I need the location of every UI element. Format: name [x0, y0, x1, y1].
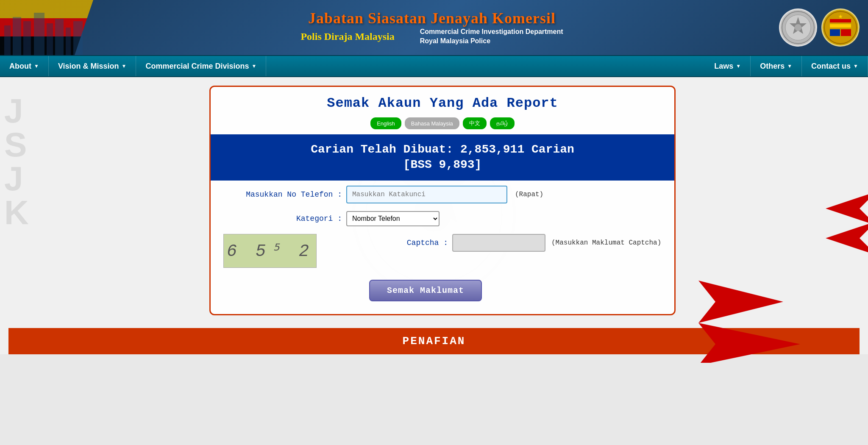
svg-line-23	[741, 209, 826, 217]
nav-others[interactable]: Others ▼	[751, 56, 802, 76]
nav-divisions-chevron: ▼	[252, 63, 257, 69]
header-main-title: Jabatan Siasatan Jenayah Komersil	[85, 9, 779, 27]
lang-btn-chinese[interactable]: 中文	[463, 117, 487, 129]
nav-divisions-label: Commercial Crime Divisions	[145, 62, 249, 71]
submit-button[interactable]: Semak Maklumat	[369, 280, 482, 301]
phone-row: Masukkan No Telefon : (Rapat)	[223, 186, 662, 203]
form-container: Semak Akaun Yang Ada Report English Baha…	[34, 86, 851, 315]
annotation-arrows	[741, 183, 868, 270]
svg-rect-5	[55, 19, 64, 55]
svg-rect-14	[830, 24, 851, 28]
nav-laws[interactable]: Laws ▼	[705, 56, 751, 76]
malaysia-crest-logo	[821, 8, 860, 47]
side-letter-s: S	[4, 128, 29, 162]
form-box: Semak Akaun Yang Ada Report English Baha…	[209, 86, 676, 315]
svg-rect-15	[830, 29, 840, 36]
header-dept-name: Commercial Crime Investigation Departmen…	[420, 27, 563, 46]
language-buttons: English Bahasa Malaysia 中文 தமிழ்	[223, 117, 662, 129]
svg-rect-1	[13, 17, 21, 55]
nav-others-label: Others	[760, 62, 785, 71]
svg-rect-4	[47, 23, 53, 55]
header-subtitle: Polis Diraja Malaysia	[300, 31, 394, 42]
side-letter-j2: J	[4, 162, 29, 196]
navbar: About ▼ Vision & Mission ▼ Commercial Cr…	[0, 55, 868, 77]
nav-contact-chevron: ▼	[853, 63, 858, 69]
phone-hint: (Rapat)	[515, 191, 543, 198]
svg-rect-13	[830, 19, 851, 22]
svg-rect-16	[841, 29, 851, 36]
nav-laws-label: Laws	[714, 62, 733, 71]
category-select[interactable]: Nombor Telefon Nombor Akaun Nombor Kad P…	[346, 211, 440, 226]
nav-laws-chevron: ▼	[736, 63, 741, 69]
svg-rect-7	[73, 21, 83, 55]
nav-contact[interactable]: Contact us ▼	[802, 56, 868, 76]
nav-about[interactable]: About ▼	[0, 56, 49, 76]
header-logos	[779, 8, 860, 47]
side-watermark-letters: J S J K	[4, 94, 29, 230]
malaysia-crest-icon	[823, 11, 857, 44]
phone-label: Masukkan No Telefon :	[223, 190, 342, 199]
svg-rect-0	[4, 25, 11, 55]
lang-btn-malay[interactable]: Bahasa Malaysia	[405, 117, 459, 129]
captcha-image-area: 6 5⁵ 2	[223, 234, 317, 268]
nav-about-chevron: ▼	[34, 63, 39, 69]
captcha-input-row: Captcha : (Masukkan Maklumat Captcha)	[329, 234, 661, 252]
captcha-hint: (Masukkan Maklumat Captcha)	[551, 239, 661, 247]
header-right-line1: Commercial Crime Investigation Departmen…	[420, 27, 563, 36]
nav-divisions[interactable]: Commercial Crime Divisions ▼	[136, 56, 266, 76]
captcha-section: 6 5⁵ 2 Captcha : (Masukkan Maklumat Capt…	[223, 234, 662, 268]
side-letter-k: K	[4, 196, 29, 230]
city-skyline-icon	[0, 0, 93, 55]
lang-btn-english[interactable]: English	[370, 117, 401, 129]
nav-vision-label: Vision & Mission	[58, 62, 119, 71]
red-arrow-icon	[741, 183, 868, 268]
svg-rect-2	[23, 21, 31, 55]
stats-line1: Carian Telah Dibuat: 2,853,911 Carian	[215, 142, 670, 157]
penafian-bar: PENAFIAN	[8, 328, 860, 354]
side-letter-j1: J	[4, 94, 29, 128]
main-content: Semak Akaun Yang Ada Report English Baha…	[0, 77, 868, 324]
category-row: Kategori : Nombor Telefon Nombor Akaun N…	[223, 211, 662, 226]
captcha-label: Captcha :	[329, 239, 448, 247]
header-right-line2: Royal Malaysia Police	[420, 36, 563, 46]
lang-btn-tamil[interactable]: தமிழ்	[490, 117, 515, 129]
form-title: Semak Akaun Yang Ada Report	[223, 95, 662, 111]
nav-others-chevron: ▼	[787, 63, 792, 69]
header-title-area: Jabatan Siasatan Jenayah Komersil Polis …	[85, 9, 779, 46]
nav-about-label: About	[9, 62, 31, 71]
police-logo	[779, 8, 817, 47]
police-badge-icon	[781, 11, 815, 44]
nav-contact-label: Contact us	[811, 62, 851, 71]
nav-vision[interactable]: Vision & Mission ▼	[49, 56, 136, 76]
svg-marker-22	[826, 192, 868, 225]
submit-area: Semak Maklumat	[223, 275, 662, 301]
phone-input[interactable]	[346, 186, 507, 203]
fields-wrapper: Masukkan No Telefon : (Rapat) Kategori :…	[223, 186, 662, 301]
nav-vision-chevron: ▼	[122, 63, 127, 69]
captcha-text: 6 5⁵ 2	[227, 240, 313, 261]
svg-rect-6	[66, 28, 71, 55]
captcha-input[interactable]	[452, 234, 545, 252]
category-label: Kategori :	[223, 214, 342, 223]
stats-bar: Carian Telah Dibuat: 2,853,911 Carian [B…	[211, 134, 674, 181]
svg-point-11	[795, 24, 801, 31]
svg-rect-3	[34, 13, 45, 55]
captcha-image: 6 5⁵ 2	[223, 234, 317, 268]
header: Jabatan Siasatan Jenayah Komersil Polis …	[0, 0, 868, 55]
svg-marker-24	[826, 221, 868, 255]
stats-line2: [BSS 9,893]	[215, 157, 670, 172]
